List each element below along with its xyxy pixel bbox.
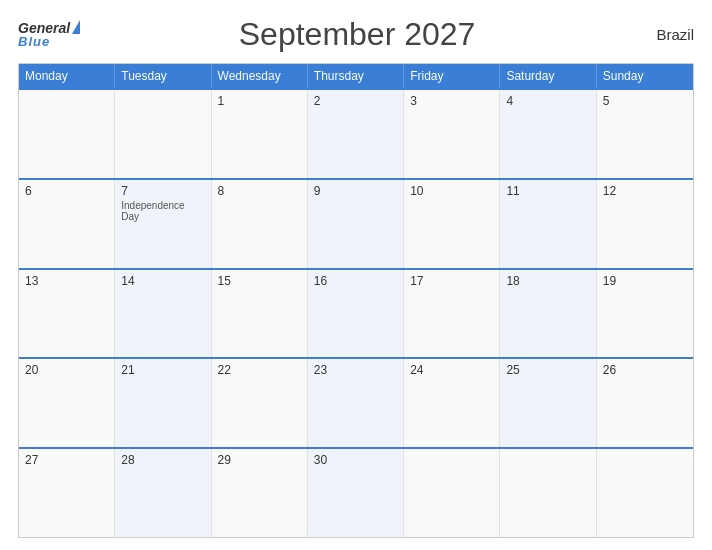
day-number: 27 (25, 453, 108, 467)
day-number: 2 (314, 94, 397, 108)
day-number: 25 (506, 363, 589, 377)
calendar-cell: 19 (597, 270, 693, 358)
calendar-cell: 27 (19, 449, 115, 537)
weekday-monday: Monday (19, 64, 115, 88)
day-number: 17 (410, 274, 493, 288)
calendar-cell (597, 449, 693, 537)
calendar-cell: 18 (500, 270, 596, 358)
day-number: 18 (506, 274, 589, 288)
calendar-week-3: 13141516171819 (19, 268, 693, 358)
calendar-cell: 15 (212, 270, 308, 358)
weekday-saturday: Saturday (500, 64, 596, 88)
day-number: 16 (314, 274, 397, 288)
calendar-cell: 20 (19, 359, 115, 447)
page-title: September 2027 (80, 16, 634, 53)
day-number: 9 (314, 184, 397, 198)
calendar-cell: 1 (212, 90, 308, 178)
logo-blue-text: Blue (18, 34, 50, 49)
day-number: 7 (121, 184, 204, 198)
day-number: 24 (410, 363, 493, 377)
calendar-cell: 30 (308, 449, 404, 537)
day-number: 26 (603, 363, 687, 377)
day-number: 30 (314, 453, 397, 467)
day-number: 15 (218, 274, 301, 288)
calendar-cell: 9 (308, 180, 404, 268)
day-number: 4 (506, 94, 589, 108)
calendar-cell: 25 (500, 359, 596, 447)
day-number: 23 (314, 363, 397, 377)
day-number: 3 (410, 94, 493, 108)
weekday-sunday: Sunday (597, 64, 693, 88)
calendar-cell: 6 (19, 180, 115, 268)
day-number: 5 (603, 94, 687, 108)
calendar-cell: 17 (404, 270, 500, 358)
calendar-cell: 22 (212, 359, 308, 447)
calendar-cell: 2 (308, 90, 404, 178)
day-number: 22 (218, 363, 301, 377)
day-number: 11 (506, 184, 589, 198)
day-number: 14 (121, 274, 204, 288)
calendar-cell: 26 (597, 359, 693, 447)
calendar-cell (404, 449, 500, 537)
calendar-cell: 21 (115, 359, 211, 447)
country-label: Brazil (634, 26, 694, 43)
day-number: 6 (25, 184, 108, 198)
calendar-week-5: 27282930 (19, 447, 693, 537)
calendar-cell (500, 449, 596, 537)
weekday-thursday: Thursday (308, 64, 404, 88)
day-number: 20 (25, 363, 108, 377)
calendar-cell: 16 (308, 270, 404, 358)
calendar: Monday Tuesday Wednesday Thursday Friday… (18, 63, 694, 538)
header: General Blue September 2027 Brazil (18, 16, 694, 53)
day-number: 29 (218, 453, 301, 467)
calendar-cell: 28 (115, 449, 211, 537)
calendar-cell (115, 90, 211, 178)
page: General Blue September 2027 Brazil Monda… (0, 0, 712, 550)
calendar-cell: 7Independence Day (115, 180, 211, 268)
day-number: 10 (410, 184, 493, 198)
event-label: Independence Day (121, 200, 204, 222)
calendar-header: Monday Tuesday Wednesday Thursday Friday… (19, 64, 693, 88)
calendar-cell: 14 (115, 270, 211, 358)
calendar-week-2: 67Independence Day89101112 (19, 178, 693, 268)
calendar-cell (19, 90, 115, 178)
day-number: 8 (218, 184, 301, 198)
calendar-cell: 29 (212, 449, 308, 537)
logo: General Blue (18, 20, 80, 49)
day-number: 13 (25, 274, 108, 288)
calendar-week-1: 12345 (19, 88, 693, 178)
calendar-cell: 3 (404, 90, 500, 178)
calendar-body: 1234567Independence Day89101112131415161… (19, 88, 693, 537)
weekday-friday: Friday (404, 64, 500, 88)
day-number: 12 (603, 184, 687, 198)
calendar-cell: 12 (597, 180, 693, 268)
weekday-wednesday: Wednesday (212, 64, 308, 88)
calendar-cell: 4 (500, 90, 596, 178)
calendar-cell: 10 (404, 180, 500, 268)
logo-triangle-icon (72, 20, 80, 34)
calendar-week-4: 20212223242526 (19, 357, 693, 447)
calendar-cell: 5 (597, 90, 693, 178)
calendar-cell: 13 (19, 270, 115, 358)
calendar-cell: 24 (404, 359, 500, 447)
calendar-cell: 23 (308, 359, 404, 447)
day-number: 1 (218, 94, 301, 108)
day-number: 19 (603, 274, 687, 288)
calendar-cell: 8 (212, 180, 308, 268)
weekday-tuesday: Tuesday (115, 64, 211, 88)
day-number: 21 (121, 363, 204, 377)
calendar-cell: 11 (500, 180, 596, 268)
day-number: 28 (121, 453, 204, 467)
